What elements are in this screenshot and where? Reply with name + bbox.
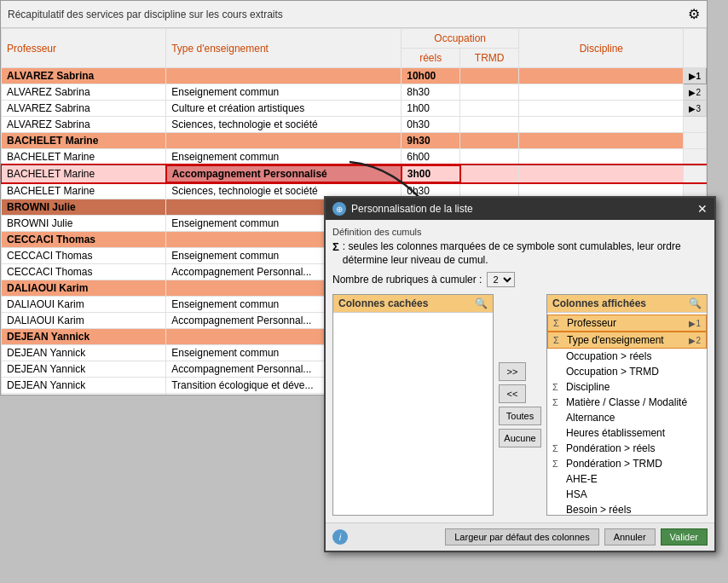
sigma-icon-pond-trmd: Σ (552, 459, 563, 469)
column-label: HSA (566, 488, 587, 500)
professor-name: BACHELET Marine (2, 182, 166, 199)
discipline (519, 101, 684, 117)
column-item-ponderation-trmd[interactable]: Σ Pondération > TRMD (547, 456, 707, 471)
column-label: Professeur (567, 317, 616, 329)
validate-button[interactable]: Valider (661, 528, 708, 545)
sigma-icon-discipline: Σ (552, 382, 563, 392)
columns-container: Colonnes cachées 🔍 >> << Toutes Aucune C… (332, 294, 708, 516)
default-width-button[interactable]: Largeur par défaut des colonnes (445, 528, 598, 545)
th-reels: réels (402, 49, 460, 68)
professor-name: ALVAREZ Sabrina (2, 68, 166, 84)
search-icon-hidden[interactable]: 🔍 (475, 297, 488, 309)
trmd (460, 68, 519, 84)
column-item-alternance[interactable]: Alternance (547, 410, 707, 425)
sigma-symbol: Σ (332, 240, 339, 253)
dialog-header: ⊕ Personnalisation de la liste ✕ (326, 198, 714, 220)
professor-name: BROWNI Julie (2, 199, 166, 216)
table-row: ALVAREZ Sabrina Enseignement commun 8h30… (2, 84, 707, 101)
professor-name: DEJEAN Yannick (2, 329, 166, 345)
column-item-hsa[interactable]: HSA (547, 487, 707, 502)
table-row: ALVAREZ Sabrina Sciences, technologie et… (2, 117, 707, 133)
dialog-body: Définition des cumuls Σ : seules les col… (326, 220, 714, 522)
shown-columns-panel: Colonnes affichées 🔍 Σ Professeur ▶1 Σ T… (546, 294, 708, 516)
column-item-professeur[interactable]: Σ Professeur ▶1 (547, 315, 707, 332)
column-item-type-enseignement[interactable]: Σ Type d'enseignement ▶2 (547, 332, 707, 349)
th-discipline: Discipline (519, 29, 684, 68)
enseignement (166, 68, 402, 84)
professor-name: DEJEAN Yannick (2, 378, 166, 394)
professor-name: CECCACI Thomas (2, 264, 166, 280)
gear-icon[interactable]: ⚙ (688, 6, 700, 22)
discipline (519, 117, 684, 133)
info-button[interactable]: i (332, 529, 348, 545)
professor-name: DALIAOUI Karim (2, 313, 166, 329)
move-right-button[interactable]: >> (499, 362, 526, 381)
column-label: Matière / Classe / Modalité (566, 396, 687, 408)
none-button[interactable]: Aucune (499, 429, 541, 447)
dialog-icon: ⊕ (332, 202, 346, 216)
reels: 9h30 (402, 133, 460, 149)
section-title: Définition des cumuls (332, 227, 708, 237)
professor-name: BACHELET Marine (2, 149, 166, 166)
cumul-select[interactable]: 2 1 3 (487, 272, 515, 287)
enseignement: Culture et création artistiques (166, 101, 402, 117)
column-item-besoin-reels[interactable]: Besoin > réels (547, 502, 707, 515)
professor-name: CECCACI Thomas (2, 248, 166, 264)
professor-name: DEJEAN Yannick (2, 394, 166, 395)
dialog-title: ⊕ Personnalisation de la liste (332, 202, 473, 216)
trmd (460, 149, 519, 166)
shown-columns-header: Colonnes affichées 🔍 (547, 295, 707, 313)
column-item-ahe-e[interactable]: AHE-E (547, 471, 707, 487)
move-left-button[interactable]: << (499, 384, 526, 403)
column-label: Occupation > réels (566, 350, 651, 362)
column-item-matiere[interactable]: Σ Matière / Classe / Modalité (547, 395, 707, 410)
professor-name: DALIAOUI Karim (2, 280, 166, 297)
footer-buttons: Largeur par défaut des colonnes Annuler … (445, 528, 708, 545)
enseignement: Sciences, technologie et société (166, 117, 402, 133)
reels: 0h30 (402, 117, 460, 133)
nav-cell: ▶2 (684, 84, 707, 101)
column-item-occupation-reels[interactable]: Occupation > réels (547, 349, 707, 364)
table-row: BACHELET Marine Enseignement commun 6h00 (2, 149, 707, 166)
reels: 3h00 (402, 165, 460, 182)
sigma-icon-type: Σ (553, 335, 563, 345)
professor-name: CECCACI Thomas (2, 232, 166, 248)
professor-name: ALVAREZ Sabrina (2, 84, 166, 101)
search-icon-shown[interactable]: 🔍 (689, 297, 702, 309)
personalization-dialog: ⊕ Personnalisation de la liste ✕ Définit… (324, 196, 716, 552)
professor-name: ALVAREZ Sabrina (2, 117, 166, 133)
professor-name: BACHELET Marine (2, 133, 166, 149)
th-nav (684, 29, 707, 68)
info-text: : seules les colonnes marquées de ce sym… (343, 240, 708, 267)
cumul-label: Nombre de rubriques à cumuler : (332, 274, 482, 286)
column-item-heures-etab[interactable]: Heures établissement (547, 425, 707, 441)
trmd (460, 165, 519, 182)
professor-name: ALVAREZ Sabrina (2, 101, 166, 117)
column-item-discipline[interactable]: Σ Discipline (547, 379, 707, 395)
nav-btn[interactable]: ▶1 (684, 68, 707, 84)
enseignement: Accompagnement Personnalisé (166, 165, 402, 182)
reels: 6h00 (402, 149, 460, 166)
column-label: Besoin > réels (566, 504, 631, 515)
column-label: Alternance (566, 412, 615, 424)
nav-cell: ▶3 (684, 101, 707, 117)
enseignement: Enseignement commun (166, 149, 402, 166)
reels: 1h00 (402, 101, 460, 117)
order-indicator: ▶1 (689, 319, 701, 328)
table-row: ALVAREZ Sabrina Culture et création arti… (2, 101, 707, 117)
discipline (519, 84, 684, 101)
main-title: Récapitulatif des services par disciplin… (8, 9, 283, 20)
dialog-close-button[interactable]: ✕ (697, 202, 708, 216)
th-type: Type d'enseignement (166, 29, 402, 68)
column-item-occupation-trmd[interactable]: Occupation > TRMD (547, 364, 707, 379)
table-row: ALVAREZ Sabrina 10h00 ▶1 (2, 68, 707, 84)
column-item-ponderation-reels[interactable]: Σ Pondération > réels (547, 441, 707, 456)
nav-cell (684, 165, 707, 182)
th-professor: Professeur (2, 29, 166, 68)
discipline (519, 165, 684, 182)
column-label: Occupation > TRMD (566, 366, 659, 378)
professor-name: BACHELET Marine (2, 165, 166, 182)
all-button[interactable]: Toutes (499, 407, 541, 425)
trmd (460, 84, 519, 101)
cancel-button[interactable]: Annuler (604, 528, 656, 545)
